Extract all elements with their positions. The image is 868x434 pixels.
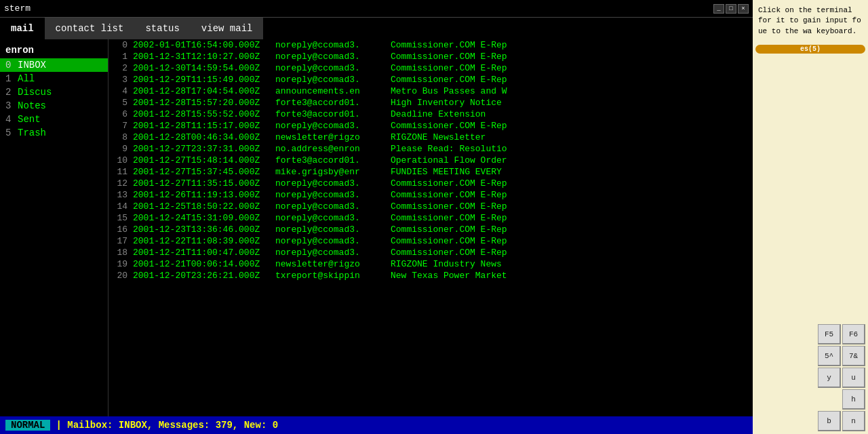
email-subject: Commissioner.COM E-Rep — [391, 52, 750, 62]
email-row[interactable]: 20 2001-12-20T23:26:21.000Z txreport@ski… — [108, 270, 753, 281]
email-num: 0 — [111, 40, 133, 50]
close-button[interactable]: × — [738, 4, 749, 14]
key-row: F5F6 — [755, 324, 865, 344]
keyboard-key-h[interactable]: h — [842, 389, 865, 410]
sidebar-item-all[interactable]: 1All — [0, 72, 108, 85]
email-row[interactable]: 7 2001-12-28T11:15:17.000Z noreply@ccoma… — [108, 120, 753, 132]
keyboard-key-u[interactable]: u — [842, 368, 865, 388]
email-subject: Commissioner.COM E-Rep — [391, 75, 750, 85]
email-list[interactable]: 0 2002-01-01T16:54:00.000Z noreply@ccoma… — [108, 39, 753, 416]
title-bar-controls: _ □ × — [713, 4, 749, 14]
maximize-button[interactable]: □ — [726, 4, 736, 14]
email-row[interactable]: 18 2001-12-21T11:00:47.000Z noreply@ccom… — [108, 247, 753, 258]
email-row[interactable]: 9 2001-12-27T23:37:31.000Z no.address@en… — [108, 143, 753, 155]
email-date: 2001-12-27T15:37:45.000Z — [133, 167, 275, 177]
key-row: bn — [755, 411, 865, 431]
sidebar-section-header: enron — [0, 42, 108, 58]
email-from: noreply@ccomad3. — [275, 213, 391, 223]
key-row: h — [755, 389, 865, 410]
keyboard-grid: F5F65^7&yuhbn — [755, 324, 865, 431]
email-date: 2001-12-27T11:35:15.000Z — [133, 178, 275, 189]
email-date: 2002-01-01T16:54:00.000Z — [133, 40, 275, 50]
menu-mail[interactable]: mail — [0, 18, 45, 39]
email-num: 11 — [111, 167, 133, 177]
email-from: noreply@ccomad3. — [275, 40, 391, 50]
menu-view-mail[interactable]: view mail — [191, 18, 264, 39]
email-row[interactable]: 14 2001-12-25T18:50:22.000Z noreply@ccom… — [108, 201, 753, 212]
email-subject: Commissioner.COM E-Rep — [391, 224, 750, 235]
email-num: 2 — [111, 63, 133, 73]
sidebar-item-notes[interactable]: 3Notes — [0, 99, 108, 113]
title-bar: sterm _ □ × — [0, 0, 753, 18]
email-row[interactable]: 3 2001-12-29T11:15:49.000Z noreply@ccoma… — [108, 74, 753, 85]
email-from: noreply@ccomad3. — [275, 178, 391, 189]
email-from: mike.grigsby@enr — [275, 167, 391, 177]
email-date: 2001-12-20T23:26:21.000Z — [133, 271, 275, 281]
sidebar-item-num: 0 — [5, 60, 15, 71]
sidebar-item-discus[interactable]: 2Discus — [0, 85, 108, 99]
email-num: 14 — [111, 201, 133, 212]
keyboard-key-b[interactable]: b — [818, 411, 841, 431]
email-from: forte3@accord01. — [275, 98, 391, 108]
email-row[interactable]: 15 2001-12-24T15:31:09.000Z noreply@ccom… — [108, 212, 753, 224]
email-row[interactable]: 13 2001-12-26T11:19:13.000Z noreply@ccom… — [108, 189, 753, 201]
email-subject: Commissioner.COM E-Rep — [391, 236, 750, 246]
email-num: 15 — [111, 213, 133, 223]
email-subject: Commissioner.COM E-Rep — [391, 40, 750, 50]
keyboard-key-f5[interactable]: F5 — [818, 324, 841, 344]
keyboard-key-f6[interactable]: F6 — [842, 324, 865, 344]
sidebar-item-sent[interactable]: 4Sent — [0, 113, 108, 126]
terminal-area: sterm _ □ × mail contact list status vie… — [0, 0, 753, 434]
email-num: 10 — [111, 155, 133, 165]
email-row[interactable]: 19 2001-12-21T00:06:14.000Z newsletter@r… — [108, 258, 753, 270]
email-num: 20 — [111, 271, 133, 281]
email-num: 16 — [111, 224, 133, 235]
email-row[interactable]: 5 2001-12-28T15:57:20.000Z forte3@accord… — [108, 97, 753, 108]
email-date: 2001-12-21T00:06:14.000Z — [133, 259, 275, 269]
keyboard-key-y[interactable]: y — [818, 368, 841, 388]
menu-status[interactable]: status — [134, 18, 190, 39]
email-num: 5 — [111, 98, 133, 108]
sidebar-item-num: 3 — [5, 100, 15, 111]
email-date: 2001-12-24T15:31:09.000Z — [133, 213, 275, 223]
sidebar: enron 0INBOX1All2Discus3Notes4Sent5Trash — [0, 39, 108, 416]
email-row[interactable]: 2 2001-12-30T14:59:54.000Z noreply@ccoma… — [108, 62, 753, 74]
email-row[interactable]: 10 2001-12-27T15:48:14.000Z forte3@accor… — [108, 155, 753, 166]
menu-contact-list[interactable]: contact list — [45, 18, 135, 39]
sidebar-item-trash[interactable]: 5Trash — [0, 126, 108, 140]
email-date: 2001-12-25T18:50:22.000Z — [133, 201, 275, 212]
sidebar-item-inbox[interactable]: 0INBOX — [0, 58, 108, 72]
email-date: 2001-12-26T11:19:13.000Z — [133, 190, 275, 200]
email-from: no.address@enron — [275, 144, 391, 154]
email-from: noreply@ccomad3. — [275, 190, 391, 200]
email-row[interactable]: 11 2001-12-27T15:37:45.000Z mike.grigsby… — [108, 166, 753, 178]
email-row[interactable]: 8 2001-12-28T00:46:34.000Z newsletter@ri… — [108, 132, 753, 143]
email-row[interactable]: 6 2001-12-28T15:55:52.000Z forte3@accord… — [108, 108, 753, 120]
email-subject: High Inventory Notice — [391, 98, 750, 108]
email-date: 2001-12-28T17:04:54.000Z — [133, 86, 275, 96]
email-row[interactable]: 1 2001-12-31T12:10:27.000Z noreply@ccoma… — [108, 51, 753, 62]
email-from: newsletter@rigzo — [275, 132, 391, 142]
email-row[interactable]: 16 2001-12-23T13:36:46.000Z noreply@ccom… — [108, 224, 753, 235]
email-date: 2001-12-31T12:10:27.000Z — [133, 52, 275, 62]
keyboard-key-n[interactable]: n — [842, 411, 865, 431]
sidebar-item-label: INBOX — [18, 60, 46, 71]
sidebar-item-label: Sent — [18, 114, 41, 125]
email-row[interactable]: 12 2001-12-27T11:35:15.000Z noreply@ccom… — [108, 178, 753, 189]
email-date: 2001-12-30T14:59:54.000Z — [133, 63, 275, 73]
email-subject: RIGZONE Industry News — [391, 259, 750, 269]
minimize-button[interactable]: _ — [713, 4, 724, 14]
sidebar-item-num: 2 — [5, 87, 15, 98]
email-row[interactable]: 4 2001-12-28T17:04:54.000Z announcements… — [108, 85, 753, 97]
email-from: noreply@ccomad3. — [275, 75, 391, 85]
sidebar-item-num: 1 — [5, 73, 15, 84]
keyboard-key-[interactable]: 5^ — [818, 346, 841, 366]
email-from: noreply@ccomad3. — [275, 52, 391, 62]
email-num: 6 — [111, 109, 133, 119]
keyboard-key-7[interactable]: 7& — [842, 346, 865, 366]
email-row[interactable]: 0 2002-01-01T16:54:00.000Z noreply@ccoma… — [108, 39, 753, 51]
email-from: noreply@ccomad3. — [275, 224, 391, 235]
email-date: 2001-12-27T15:48:14.000Z — [133, 155, 275, 165]
email-row[interactable]: 17 2001-12-22T11:08:39.000Z noreply@ccom… — [108, 235, 753, 247]
title-bar-text: sterm — [4, 3, 31, 14]
